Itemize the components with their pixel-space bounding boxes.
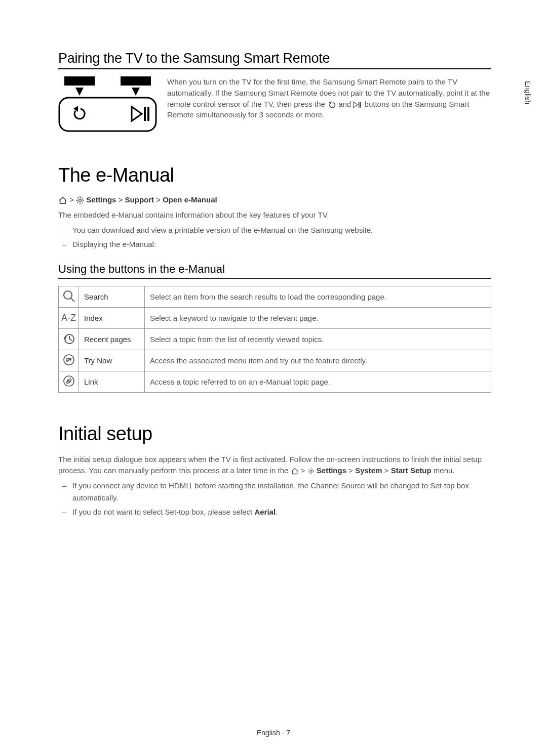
list-item: If you do not want to select Set-top box… bbox=[67, 506, 491, 518]
index-icon: A-Z bbox=[61, 313, 76, 323]
list-item-text-prefix: If you do not want to select Set-top box… bbox=[72, 508, 254, 516]
list-item: If you connect any device to HDMI1 befor… bbox=[67, 480, 491, 504]
initial-desc-after: menu. bbox=[432, 466, 455, 475]
svg-marker-6 bbox=[132, 107, 142, 121]
svg-marker-18 bbox=[64, 337, 67, 340]
svg-point-23 bbox=[310, 470, 312, 472]
table-label: Try Now bbox=[79, 350, 145, 371]
aerial-label: Aerial bbox=[254, 508, 276, 516]
table-row: Recent pages Select a topic from the lis… bbox=[59, 328, 491, 350]
icon-cell bbox=[59, 286, 79, 307]
emanual-subsection-title: Using the buttons in the e-Manual bbox=[58, 263, 491, 279]
page-footer: English - 7 bbox=[0, 729, 547, 737]
list-item-text-suffix: . bbox=[276, 508, 278, 516]
emanual-description: The embedded e-Manual contains informati… bbox=[58, 209, 491, 221]
emanual-breadcrumb: > Settings > Support > Open e-Manual bbox=[58, 195, 491, 204]
table-desc: Select a topic from the list of recently… bbox=[145, 328, 491, 350]
icon-cell bbox=[59, 371, 79, 392]
svg-rect-12 bbox=[360, 102, 361, 107]
icon-cell bbox=[59, 328, 79, 350]
svg-rect-11 bbox=[359, 102, 360, 107]
table-row: A-Z Index Select a keyword to navigate t… bbox=[59, 307, 491, 328]
table-label: Recent pages bbox=[79, 328, 145, 350]
emanual-buttons-table: Search Select an item from the search re… bbox=[58, 286, 491, 393]
svg-point-14 bbox=[77, 197, 83, 203]
home-icon bbox=[291, 468, 299, 475]
table-label: Index bbox=[79, 307, 145, 328]
icon-cell bbox=[59, 350, 79, 371]
table-row: Link Access a topic referred to on an e-… bbox=[59, 371, 491, 392]
pairing-text-mid: and bbox=[338, 100, 353, 108]
recent-pages-icon bbox=[62, 332, 75, 345]
svg-marker-3 bbox=[132, 88, 140, 96]
home-icon bbox=[58, 196, 67, 204]
svg-marker-10 bbox=[354, 102, 358, 107]
emanual-title: The e-Manual bbox=[58, 164, 491, 186]
svg-marker-2 bbox=[75, 88, 84, 96]
svg-line-16 bbox=[71, 298, 74, 302]
crumb-settings: Settings bbox=[86, 195, 116, 204]
play-pause-icon bbox=[353, 101, 362, 108]
table-row: Search Select an item from the search re… bbox=[59, 286, 491, 307]
initial-setup-title: Initial setup bbox=[58, 423, 491, 445]
svg-rect-7 bbox=[144, 107, 146, 121]
svg-point-13 bbox=[79, 199, 82, 202]
back-icon bbox=[327, 101, 336, 108]
svg-marker-5 bbox=[73, 106, 78, 112]
crumb-system: System bbox=[355, 466, 382, 475]
crumb-open: Open e-Manual bbox=[163, 195, 217, 204]
crumb-support: Support bbox=[125, 195, 154, 204]
table-desc: Select an item from the search results t… bbox=[145, 286, 491, 307]
icon-cell: A-Z bbox=[59, 307, 79, 328]
svg-rect-8 bbox=[147, 107, 149, 121]
svg-point-15 bbox=[64, 291, 72, 299]
emanual-bullet-list: You can download and view a printable ve… bbox=[58, 224, 491, 250]
list-item: Displaying the e-Manual: bbox=[67, 238, 491, 250]
remote-pairing-illustration bbox=[58, 76, 157, 132]
initial-setup-description: The initial setup dialogue box appears w… bbox=[58, 454, 491, 477]
svg-rect-1 bbox=[121, 76, 151, 86]
pairing-block: When you turn on the TV for the first ti… bbox=[58, 76, 491, 134]
initial-setup-bullet-list: If you connect any device to HDMI1 befor… bbox=[58, 480, 491, 518]
settings-gear-icon bbox=[307, 468, 315, 475]
crumb-start-setup: Start Setup bbox=[391, 466, 432, 475]
pairing-section-title: Pairing the TV to the Samsung Smart Remo… bbox=[58, 51, 491, 69]
search-icon bbox=[62, 289, 75, 303]
table-label: Search bbox=[79, 286, 145, 307]
pairing-description: When you turn on the TV for the first ti… bbox=[167, 76, 491, 120]
svg-rect-0 bbox=[64, 76, 95, 86]
link-icon bbox=[63, 375, 75, 387]
table-label: Link bbox=[79, 371, 145, 392]
svg-marker-9 bbox=[329, 101, 331, 104]
table-desc: Select a keyword to navigate to the rele… bbox=[145, 307, 491, 328]
try-now-icon bbox=[63, 354, 75, 366]
table-row: Try Now Access the associated menu item … bbox=[59, 350, 491, 371]
list-item: You can download and view a printable ve… bbox=[67, 224, 491, 236]
settings-gear-icon bbox=[76, 196, 84, 204]
list-item-text: Displaying the e-Manual: bbox=[72, 240, 156, 248]
crumb-settings: Settings bbox=[317, 466, 346, 475]
table-desc: Access a topic referred to on an e-Manua… bbox=[145, 371, 491, 392]
language-side-label: English bbox=[524, 81, 532, 104]
svg-point-24 bbox=[308, 469, 314, 474]
table-desc: Access the associated menu item and try … bbox=[145, 350, 491, 371]
remote-diagram bbox=[58, 76, 157, 134]
